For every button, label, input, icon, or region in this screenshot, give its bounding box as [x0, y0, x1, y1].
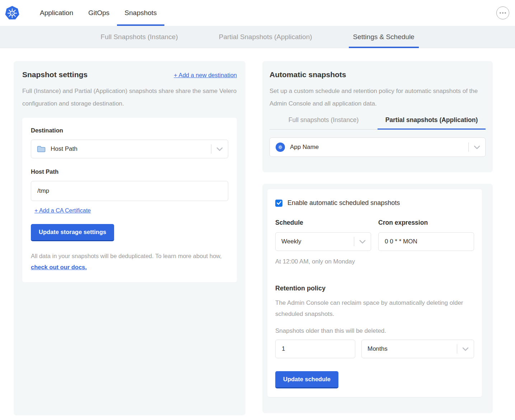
schedule-grid: Schedule Weekly	[275, 219, 474, 251]
schedule-field: Schedule Weekly	[275, 219, 371, 251]
dedupe-text: All data in your snapshots will be dedup…	[31, 253, 222, 259]
automatic-snapshots-description: Set up a custom schedule and retention p…	[270, 85, 486, 110]
destination-label: Destination	[31, 127, 228, 134]
tab-partial-snapshots-application[interactable]: Partial snapshots (Application)	[378, 116, 486, 130]
retention-hint: Snapshots older than this will be delete…	[275, 327, 474, 335]
retention-unit-select[interactable]: Months	[361, 340, 474, 358]
retention-unit-value: Months	[367, 345, 388, 353]
snapshot-settings-header: Snapshot settings + Add a new destinatio…	[22, 70, 237, 79]
automatic-snapshots-title: Automatic snapshots	[270, 70, 486, 79]
chevron-down-icon	[359, 240, 366, 244]
automatic-snapshots-card: Automatic snapshots Set up a custom sche…	[262, 61, 493, 172]
schedule-card: Enable automatic scheduled snapshots Sch…	[267, 189, 482, 397]
schedule-label: Schedule	[275, 219, 371, 227]
app-select[interactable]: App Name	[270, 137, 486, 157]
ellipsis-icon	[500, 12, 501, 14]
chevron-down-icon	[462, 347, 469, 351]
nav-item-snapshots[interactable]: Snapshots	[117, 0, 164, 26]
top-navigation: Application GitOps Snapshots	[0, 0, 515, 26]
checkmark-icon	[277, 201, 281, 205]
retention-policy-title: Retention policy	[275, 285, 474, 292]
snapshot-settings-card: Snapshot settings + Add a new destinatio…	[14, 61, 245, 415]
destination-select[interactable]: Host Path	[31, 140, 228, 158]
add-ca-certificate-link[interactable]: + Add a CA Certificate	[34, 207, 91, 214]
kubernetes-logo-icon	[5, 6, 19, 20]
update-schedule-button[interactable]: Update schedule	[275, 371, 338, 388]
destination-value: Host Path	[51, 145, 78, 153]
snapshot-type-tabs: Full snapshots (Instance) Partial snapsh…	[270, 116, 486, 130]
tab-full-snapshots-instance[interactable]: Full snapshots (Instance)	[270, 116, 378, 130]
nav-item-gitops[interactable]: GitOps	[81, 0, 117, 26]
top-nav-right	[496, 0, 515, 26]
app-logo	[5, 0, 19, 26]
app-kubernetes-icon	[276, 143, 285, 152]
snapshot-settings-column: Snapshot settings + Add a new destinatio…	[14, 61, 245, 415]
schedule-card-outer: Enable automatic scheduled snapshots Sch…	[262, 184, 493, 413]
enable-snapshots-checkbox[interactable]	[275, 200, 282, 207]
storage-settings-panel: Destination Host Path	[22, 118, 237, 282]
host-path-input[interactable]	[31, 181, 228, 201]
retention-policy-description: The Admin Console can reclaim space by a…	[275, 297, 474, 319]
cron-expression-input[interactable]	[378, 232, 474, 251]
host-path-label: Host Path	[31, 168, 228, 175]
add-new-destination-link[interactable]: + Add a new destination	[174, 72, 237, 79]
cron-expression-label: Cron expression	[378, 219, 474, 227]
cron-field: Cron expression	[378, 219, 474, 251]
chevron-down-icon	[474, 145, 480, 149]
snapshot-settings-description: Full (Instance) and Partial (Application…	[22, 85, 237, 110]
subnav-tab-full-snapshots[interactable]: Full Snapshots (Instance)	[96, 26, 182, 48]
main-content: Snapshot settings + Add a new destinatio…	[0, 48, 515, 420]
retention-count-input[interactable]	[275, 340, 355, 358]
subnav-tab-partial-snapshots[interactable]: Partial Snapshots (Application)	[215, 26, 317, 48]
schedule-interval-value: Weekly	[281, 238, 301, 245]
more-options-button[interactable]	[496, 6, 509, 19]
chevron-down-icon	[216, 147, 223, 151]
nav-item-application[interactable]: Application	[32, 0, 81, 26]
top-nav-items: Application GitOps Snapshots	[32, 0, 164, 26]
retention-row: Months	[275, 340, 474, 358]
snapshots-subnav: Full Snapshots (Instance) Partial Snapsh…	[0, 26, 515, 48]
cron-readable-hint: At 12:00 AM, only on Monday	[275, 258, 474, 265]
enable-snapshots-label: Enable automatic scheduled snapshots	[287, 199, 400, 207]
subnav-tab-settings-schedule[interactable]: Settings & Schedule	[349, 26, 419, 48]
folder-icon	[37, 145, 46, 153]
kots-admin-console: Application GitOps Snapshots Full Snapsh…	[0, 0, 515, 420]
automatic-snapshots-column: Automatic snapshots Set up a custom sche…	[262, 61, 493, 415]
update-storage-settings-button[interactable]: Update storage settings	[31, 224, 114, 241]
app-select-value: App Name	[290, 144, 319, 151]
enable-snapshots-row: Enable automatic scheduled snapshots	[275, 199, 474, 207]
docs-link[interactable]: check out our docs.	[31, 264, 87, 270]
dedupe-note: All data in your snapshots will be dedup…	[31, 251, 228, 273]
schedule-interval-select[interactable]: Weekly	[275, 232, 371, 251]
snapshot-settings-title: Snapshot settings	[22, 70, 88, 79]
